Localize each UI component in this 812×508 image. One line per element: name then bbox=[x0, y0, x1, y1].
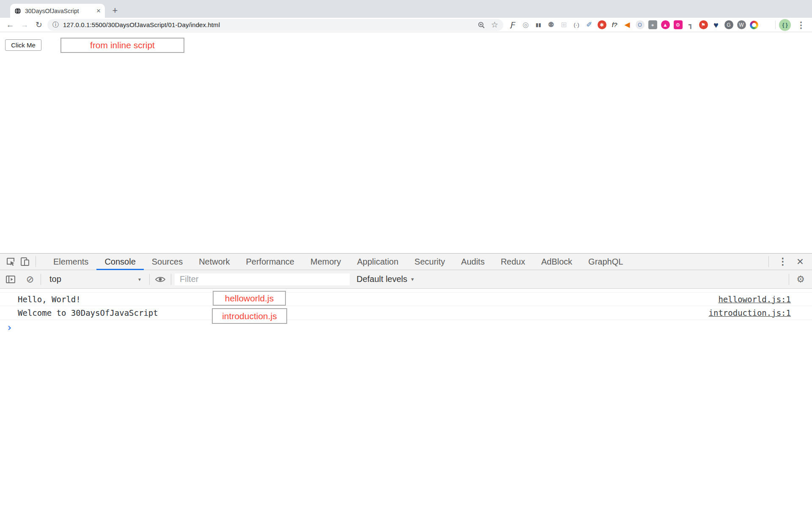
devtools-tab-application[interactable]: Application bbox=[349, 254, 406, 270]
dot-grid-extension-icon[interactable]: ⊞ bbox=[557, 19, 570, 31]
console-prompt-chevron-icon: › bbox=[6, 323, 12, 333]
back-icon[interactable]: ← bbox=[4, 19, 16, 31]
tab-title: 30DaysOfJavaScript bbox=[25, 8, 93, 14]
toolbar-separator-2 bbox=[149, 274, 150, 285]
toolbar-separator bbox=[775, 21, 776, 29]
console-message-text: Hello, World! bbox=[0, 295, 718, 304]
avast-badge-extension-icon[interactable]: ▲ bbox=[659, 19, 672, 31]
devtools-tab-adblock[interactable]: AdBlock bbox=[533, 254, 580, 270]
devtools-panel: ElementsConsoleSourcesNetworkPerformance… bbox=[0, 253, 812, 508]
tab-strip: 30DaysOfJavaScript × + bbox=[0, 0, 812, 18]
log-levels-selector[interactable]: Default levels ▾ bbox=[357, 274, 414, 284]
devtools-tab-elements[interactable]: Elements bbox=[45, 254, 96, 270]
toolbar-right-cluster: { } ⋮ bbox=[772, 19, 805, 31]
chrome-menu-icon[interactable]: ⋮ bbox=[797, 20, 805, 30]
console-source-link[interactable]: introduction.js:1 bbox=[709, 308, 812, 318]
devtools-tab-console[interactable]: Console bbox=[96, 254, 143, 270]
levels-dropdown-arrow-icon: ▾ bbox=[411, 276, 414, 282]
devtools-tabbar-right: ⋮ × bbox=[765, 256, 807, 268]
console-source-link[interactable]: helloworld.js:1 bbox=[718, 295, 812, 304]
helloworld-annotation: helloworld.js bbox=[213, 291, 286, 306]
favicon-globe-icon bbox=[14, 8, 21, 14]
devtools-tab-security[interactable]: Security bbox=[406, 254, 453, 270]
devtools-tab-audits[interactable]: Audits bbox=[453, 254, 493, 270]
aperture-extension-icon[interactable]: ◎ bbox=[519, 19, 532, 31]
console-prompt[interactable]: › bbox=[0, 320, 812, 335]
bookmark-flag-extension-icon[interactable]: ⚑ bbox=[697, 19, 710, 31]
site-info-icon[interactable]: ⓘ bbox=[52, 21, 59, 29]
toolbar-separator-3 bbox=[171, 274, 171, 285]
console-message-row[interactable]: Hello, World! helloworld.js:1 bbox=[0, 292, 812, 306]
new-tab-button[interactable]: + bbox=[109, 5, 121, 17]
tabbar-separator bbox=[36, 256, 36, 267]
browser-toolbar: ← → ↻ ⓘ 127.0.0.1:5500/30DaysOfJavaScrip… bbox=[0, 18, 812, 32]
url-text[interactable]: 127.0.0.1:5500/30DaysOfJavaScript/01-Day… bbox=[63, 21, 473, 28]
context-selector-value: top bbox=[49, 274, 61, 284]
inspect-element-icon[interactable] bbox=[3, 255, 18, 268]
devtools-tabbar-tabs: ElementsConsoleSourcesNetworkPerformance… bbox=[45, 254, 631, 270]
heart-search-extension-icon[interactable]: ♥ bbox=[710, 19, 722, 31]
toolbar-separator-1 bbox=[41, 274, 41, 285]
live-expression-eye-icon[interactable] bbox=[153, 273, 167, 286]
devtools-close-icon[interactable]: × bbox=[793, 256, 807, 268]
toolbar-separator-4 bbox=[789, 274, 789, 285]
forward-icon[interactable]: → bbox=[19, 19, 30, 31]
devtools-tab-performance[interactable]: Performance bbox=[238, 254, 303, 270]
device-toolbar-icon[interactable] bbox=[18, 255, 32, 268]
paren-dot-extension-icon[interactable]: (·) bbox=[570, 19, 583, 31]
extensions-area: Ƒ◎▮▮⚉⊞(·)✐✱f?◀O●▲⚙┓⚑♥GW bbox=[507, 19, 760, 31]
rainbow-ring-extension-icon[interactable] bbox=[748, 19, 760, 31]
devtools-tab-sources[interactable]: Sources bbox=[144, 254, 191, 270]
console-message-row[interactable]: Welcome to 30DaysOfJavaScript introducti… bbox=[0, 306, 812, 320]
console-sidebar-toggle-icon[interactable] bbox=[3, 273, 18, 286]
clear-console-icon[interactable]: ⊘ bbox=[23, 274, 37, 285]
megaphone-extension-icon[interactable]: ◀ bbox=[621, 19, 634, 31]
context-selector[interactable]: top ▾ bbox=[44, 273, 146, 286]
inline-script-annotation: from inline script bbox=[60, 38, 184, 53]
devtools-tabbar: ElementsConsoleSourcesNetworkPerformance… bbox=[0, 254, 812, 270]
context-dropdown-arrow-icon: ▾ bbox=[138, 276, 141, 282]
w-circle-extension-icon[interactable]: W bbox=[735, 19, 748, 31]
zoom-magnifier-icon[interactable] bbox=[477, 21, 485, 29]
console-filter-input[interactable] bbox=[175, 273, 350, 285]
bookmark-star-icon[interactable]: ☆ bbox=[491, 20, 498, 30]
devtools-tab-graphql[interactable]: GraphQL bbox=[580, 254, 631, 270]
profile-avatar[interactable]: { } bbox=[779, 19, 791, 31]
browser-tab[interactable]: 30DaysOfJavaScript × bbox=[10, 4, 105, 18]
console-toolbar: ⊘ top ▾ Default levels ▾ ⚙ bbox=[0, 270, 812, 289]
console-message-text: Welcome to 30DaysOfJavaScript bbox=[0, 308, 709, 318]
devtools-menu-icon[interactable]: ⋮ bbox=[774, 256, 792, 267]
fontface-extension-icon[interactable]: f? bbox=[608, 19, 621, 31]
devtools-tab-memory[interactable]: Memory bbox=[302, 254, 349, 270]
bug-extension-icon[interactable]: ⚉ bbox=[545, 19, 557, 31]
tabbar-right-separator bbox=[768, 256, 769, 267]
click-me-button[interactable]: Click Me bbox=[5, 39, 41, 51]
devtools-tab-redux[interactable]: Redux bbox=[493, 254, 533, 270]
console-settings-gear-icon[interactable]: ⚙ bbox=[793, 274, 809, 285]
pink-gear-extension-icon[interactable]: ⚙ bbox=[672, 19, 684, 31]
pause-bars-extension-icon[interactable]: ▮▮ bbox=[532, 19, 545, 31]
opera-o-extension-icon[interactable]: O bbox=[634, 19, 646, 31]
script-f-extension-icon[interactable]: Ƒ bbox=[507, 19, 519, 31]
camera-extension-icon[interactable]: ● bbox=[646, 19, 659, 31]
log-levels-label: Default levels bbox=[357, 274, 407, 284]
reload-icon[interactable]: ↻ bbox=[33, 19, 45, 31]
tab-close-icon[interactable]: × bbox=[96, 7, 101, 14]
pipe-extension-icon[interactable]: ┓ bbox=[684, 19, 697, 31]
page-content: Click Me from inline script bbox=[0, 32, 812, 253]
g-circle-extension-icon[interactable]: G bbox=[722, 19, 735, 31]
address-bar[interactable]: ⓘ 127.0.0.1:5500/30DaysOfJavaScript/01-D… bbox=[47, 19, 503, 31]
devtools-tab-network[interactable]: Network bbox=[191, 254, 238, 270]
console-messages: Hello, World! helloworld.js:1 Welcome to… bbox=[0, 292, 812, 335]
eyedropper-extension-icon[interactable]: ✐ bbox=[583, 19, 595, 31]
introduction-annotation: introduction.js bbox=[212, 308, 287, 324]
stop-hand-extension-icon[interactable]: ✱ bbox=[595, 19, 608, 31]
